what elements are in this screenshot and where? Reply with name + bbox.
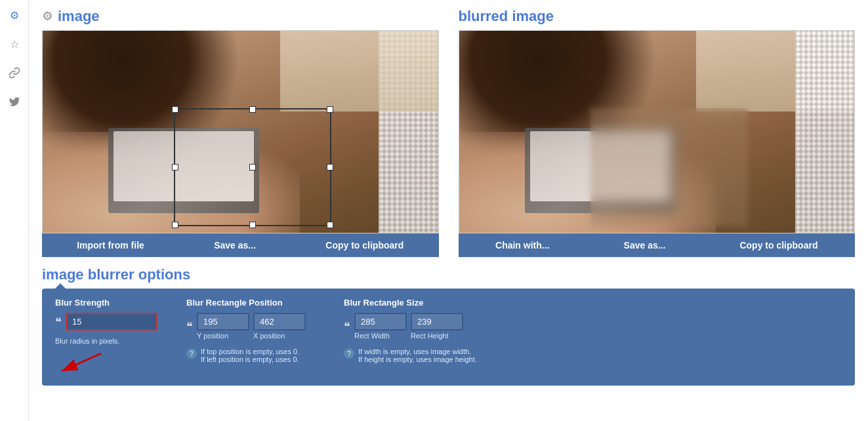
chain-button[interactable]: Chain with... bbox=[495, 240, 549, 251]
blurred-transparency-checker bbox=[795, 31, 854, 233]
blur-strength-quote-icon: ❝ bbox=[55, 316, 62, 328]
size-hint-line1: If width is empty, uses image width. bbox=[358, 348, 477, 355]
handle-br[interactable] bbox=[327, 222, 333, 228]
handle-tl[interactable] bbox=[172, 106, 178, 113]
position-hint-text: If top position is empty, uses 0. If lef… bbox=[201, 348, 299, 363]
blurred-toolbar: Chain with... Save as... Copy to clipboa… bbox=[459, 233, 856, 257]
panels-row: ⚙ image bbox=[42, 8, 855, 257]
blur-region bbox=[590, 108, 748, 226]
handle-tr[interactable] bbox=[327, 106, 333, 113]
size-hint-line2: If height is empty, uses image height. bbox=[358, 355, 477, 363]
import-button[interactable]: Import from file bbox=[77, 240, 144, 251]
rect-width-label: Rect Width bbox=[354, 332, 407, 340]
blurred-canvas[interactable] bbox=[459, 30, 856, 233]
content-area: ⚙ image bbox=[29, 0, 868, 421]
position-hint-line1: If top position is empty, uses 0. bbox=[201, 348, 299, 355]
selection-rectangle[interactable] bbox=[174, 108, 331, 226]
blur-strength-label: Blur Strength bbox=[55, 298, 160, 308]
blur-position-input-row: ❝ Y position X position bbox=[186, 313, 318, 340]
rect-height-input[interactable] bbox=[411, 313, 463, 331]
position-hint-row: ? If top position is empty, uses 0. If l… bbox=[186, 348, 318, 363]
blurred-panel: blurred image Chain bbox=[459, 8, 856, 257]
save-button[interactable]: Save as... bbox=[214, 240, 256, 251]
blur-size-input-row: ❝ Rect Width Rect Height bbox=[344, 313, 477, 340]
main-layout: ⚙ ☆ ⚙ image bbox=[0, 0, 868, 421]
y-position-label: Y position bbox=[197, 332, 249, 340]
blurred-copy-button[interactable]: Copy to clipboard bbox=[739, 240, 817, 251]
options-title: image blurrer options bbox=[42, 266, 855, 283]
blurred-title-text: blurred image bbox=[459, 8, 554, 25]
handle-bl[interactable] bbox=[172, 222, 178, 228]
blur-position-label: Blur Rectangle Position bbox=[186, 298, 318, 308]
position-hint-line2: If left position is empty, uses 0. bbox=[201, 355, 299, 363]
handle-mr[interactable] bbox=[327, 164, 333, 170]
blurred-panel-title: blurred image bbox=[459, 8, 856, 25]
blur-position-group: Blur Rectangle Position ❝ Y position X p… bbox=[186, 298, 318, 363]
copy-button[interactable]: Copy to clipboard bbox=[325, 240, 403, 251]
link-icon[interactable] bbox=[6, 64, 23, 81]
rect-width-input[interactable] bbox=[354, 313, 407, 331]
star-icon[interactable]: ☆ bbox=[6, 35, 23, 52]
image-panel-title: ⚙ image bbox=[42, 8, 439, 25]
image-panel: ⚙ image bbox=[42, 8, 439, 257]
size-info-icon: ? bbox=[344, 348, 354, 359]
handle-tm[interactable] bbox=[249, 106, 256, 113]
image-canvas[interactable] bbox=[42, 30, 439, 233]
x-position-input[interactable] bbox=[253, 313, 306, 331]
blur-strength-input-row: ❝ bbox=[55, 313, 160, 331]
position-quote-icon: ❝ bbox=[186, 321, 193, 332]
size-hint-text: If width is empty, uses image width. If … bbox=[358, 348, 477, 363]
width-group: Rect Width bbox=[354, 313, 407, 340]
arrow-annotation bbox=[55, 350, 160, 376]
options-section: image blurrer options Blur Strength ❝ Bl… bbox=[42, 266, 855, 386]
y-position-group: Y position bbox=[197, 313, 249, 340]
svg-line-1 bbox=[62, 353, 101, 371]
size-hint-row: ? If width is empty, uses image width. I… bbox=[344, 348, 477, 363]
handle-bm[interactable] bbox=[249, 222, 256, 228]
handle-ml[interactable] bbox=[172, 164, 178, 170]
height-group: Rect Height bbox=[411, 313, 463, 340]
image-gear-icon: ⚙ bbox=[42, 9, 52, 24]
y-position-input[interactable] bbox=[197, 313, 249, 331]
image-toolbar: Import from file Save as... Copy to clip… bbox=[42, 233, 439, 257]
sidebar: ⚙ ☆ bbox=[0, 0, 29, 421]
options-panel: Blur Strength ❝ Blur radius in pixels. bbox=[42, 289, 855, 386]
blurred-save-button[interactable]: Save as... bbox=[624, 240, 666, 251]
blur-size-group: Blur Rectangle Size ❝ Rect Width Rect He… bbox=[344, 298, 477, 363]
photo-bg-room bbox=[280, 31, 438, 111]
size-quote-icon: ❝ bbox=[344, 321, 350, 332]
gear-icon[interactable]: ⚙ bbox=[6, 7, 23, 24]
twitter-icon[interactable] bbox=[6, 93, 23, 110]
image-title-text: image bbox=[58, 8, 100, 25]
blur-strength-group: Blur Strength ❝ Blur radius in pixels. bbox=[55, 298, 160, 376]
size-inputs: Rect Width Rect Height bbox=[354, 313, 463, 340]
arrow-svg bbox=[49, 350, 114, 376]
blur-size-label: Blur Rectangle Size bbox=[344, 298, 477, 308]
blur-strength-input[interactable] bbox=[66, 313, 157, 331]
rect-height-label: Rect Height bbox=[411, 332, 463, 340]
handle-mm[interactable] bbox=[249, 164, 256, 170]
x-position-label: X position bbox=[253, 332, 306, 340]
position-inputs: Y position X position bbox=[197, 313, 306, 340]
x-position-group: X position bbox=[253, 313, 306, 340]
blur-strength-hint: Blur radius in pixels. bbox=[55, 337, 160, 345]
position-info-icon: ? bbox=[186, 348, 197, 359]
